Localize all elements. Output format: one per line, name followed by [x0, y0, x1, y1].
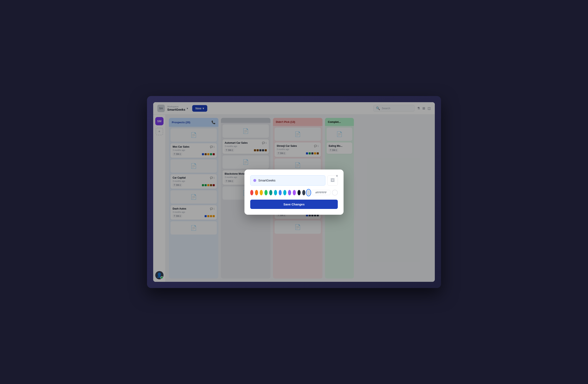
workspace-color-indicator — [253, 179, 256, 182]
color-circle-picker[interactable] — [332, 190, 338, 195]
swatch-light-gray[interactable] — [307, 190, 310, 195]
swatch-black[interactable] — [297, 190, 301, 195]
modal-overlay: × 🖼 — [153, 102, 435, 282]
swatch-violet[interactable] — [293, 190, 296, 195]
swatch-yellow[interactable] — [260, 190, 263, 195]
workspace-name-input[interactable] — [258, 179, 322, 182]
hex-input-group — [312, 190, 338, 195]
color-swatches — [250, 190, 338, 195]
hex-input[interactable] — [312, 190, 330, 195]
swatch-cyan[interactable] — [274, 190, 277, 195]
modal-input-row: 🖼 — [250, 175, 338, 186]
swatch-sky[interactable] — [283, 190, 286, 195]
swatch-purple[interactable] — [288, 190, 291, 195]
workspace-input-container — [250, 175, 325, 186]
swatch-red[interactable] — [250, 190, 253, 195]
swatch-dark-gray[interactable] — [302, 190, 305, 195]
swatch-green[interactable] — [264, 190, 268, 195]
modal-close-button[interactable]: × — [334, 173, 340, 179]
swatch-blue[interactable] — [279, 190, 282, 195]
modal: × 🖼 — [244, 170, 344, 215]
save-changes-button[interactable]: Save Changes — [250, 200, 338, 209]
swatch-teal[interactable] — [269, 190, 272, 195]
swatch-orange[interactable] — [255, 190, 258, 195]
